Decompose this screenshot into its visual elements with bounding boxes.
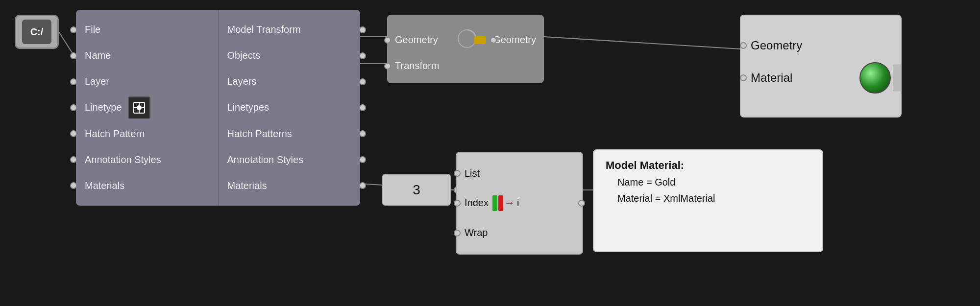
doc-row-hatch-patterns: Hatch Patterns [223, 121, 356, 147]
cmd-icon: C:/ [22, 20, 51, 44]
doc-row-linetype: Linetype [81, 94, 213, 120]
port-geom-mat-material-left [740, 74, 747, 81]
geom-mat-label-geometry: Geometry [751, 39, 802, 52]
doc-label-annotation: Annotation Styles [81, 154, 165, 165]
geom-row-geometry: Geometry Geometry [395, 26, 536, 53]
svg-point-8 [137, 105, 142, 110]
geom-label-transform: Transform [395, 60, 439, 71]
doc-left-col: File Name Layer Linetype [76, 10, 219, 206]
notch-decoration [893, 65, 902, 92]
port-list-list-left [454, 170, 461, 177]
info-line1: Name = Gold [606, 177, 810, 188]
geom-mat-label-material: Material [751, 71, 792, 85]
doc-row-hatch: Hatch Pattern [81, 121, 213, 147]
bar-green [492, 195, 497, 211]
port-materials-right [359, 182, 366, 189]
doc-label-hatch: Hatch Pattern [81, 128, 148, 140]
port-geom-geometry-right [490, 37, 497, 44]
port-model-transform-right [359, 26, 366, 33]
doc-label-linetypes: Linetypes [223, 102, 273, 113]
geom-icon-area [455, 26, 489, 53]
list-label-i: i [517, 197, 519, 209]
doc-row-layers: Layers [223, 69, 356, 94]
document-node: File Name Layer Linetype [76, 10, 360, 206]
list-label-wrap: Wrap [465, 227, 488, 238]
doc-label-annotation-styles: Annotation Styles [223, 154, 308, 165]
doc-row-layer: Layer [81, 69, 213, 94]
doc-label-materials-right: Materials [223, 180, 271, 191]
svg-line-3 [544, 37, 740, 49]
port-list-index-right [578, 200, 585, 207]
material-sphere-container [859, 62, 891, 94]
list-node: List Index → i Wrap [456, 152, 583, 255]
doc-row-objects: Objects [223, 43, 356, 69]
doc-label-name: Name [81, 50, 115, 61]
port-list-index-left [454, 200, 461, 207]
doc-row-annotation: Annotation Styles [81, 147, 213, 173]
geom-material-row2: Material [751, 62, 891, 94]
geom-transform-icon [455, 26, 489, 51]
doc-row-name: Name [81, 43, 213, 69]
geom-row-transform: Transform [395, 60, 536, 71]
info-title: Model Material: [606, 159, 810, 172]
doc-row-materials: Materials [81, 173, 213, 199]
port-hatch-patterns-right [359, 130, 366, 137]
material-sphere-icon [859, 62, 891, 94]
doc-right-col: Model Transform Objects Layers Linetypes… [219, 10, 361, 206]
doc-row-linetypes: Linetypes [223, 94, 356, 120]
info-line2: Material = XmlMaterial [606, 193, 810, 204]
port-materials-left [70, 182, 77, 189]
info-node: Model Material: Name = Gold Material = X… [593, 149, 823, 252]
port-list-wrap-left [454, 230, 461, 236]
doc-row-file: File [81, 17, 213, 43]
list-row-wrap: Wrap [465, 219, 574, 246]
cmd-node[interactable]: C:/ [15, 15, 59, 49]
number-value: 3 [413, 182, 420, 198]
port-hatch-left [70, 130, 77, 137]
port-geom-mat-geometry-left [740, 42, 747, 49]
geometry-transform-node: Geometry Geometry Transform [387, 15, 544, 83]
cmd-label: C:/ [30, 26, 44, 38]
list-row-index: Index → i [465, 189, 574, 216]
list-index-icon: → [492, 195, 515, 211]
arrow-right-icon: → [504, 197, 515, 210]
geometry-material-node: Geometry Material [740, 15, 902, 118]
doc-label-layers: Layers [223, 76, 261, 87]
port-annotation-styles-right [359, 156, 366, 163]
port-linetypes-right [359, 104, 366, 111]
doc-row-annotation-styles: Annotation Styles [223, 147, 356, 173]
list-row-list: List [465, 160, 574, 187]
svg-rect-15 [474, 36, 486, 44]
doc-label-layer: Layer [81, 76, 113, 87]
doc-label-linetype: Linetype [81, 102, 126, 113]
geom-material-row1: Geometry [751, 39, 891, 52]
port-geom-geometry-left [384, 37, 391, 44]
doc-label-materials: Materials [81, 180, 128, 191]
number-node: 3 [382, 174, 451, 206]
linetype-icon [128, 96, 150, 119]
port-name-left [70, 52, 77, 59]
doc-label-hatch-patterns: Hatch Patterns [223, 128, 296, 140]
list-label-index: Index [465, 197, 489, 209]
doc-row-model-transform: Model Transform [223, 17, 356, 43]
doc-label-file: File [81, 24, 104, 35]
port-file-left [70, 26, 77, 33]
port-layers-right [359, 78, 366, 85]
port-objects-right [359, 52, 366, 59]
port-annotation-left [70, 156, 77, 163]
bar-red [498, 195, 503, 211]
port-layer-left [70, 78, 77, 85]
doc-label-objects: Objects [223, 50, 265, 61]
doc-label-model-transform: Model Transform [223, 24, 305, 35]
geom-label-geometry: Geometry [395, 34, 438, 46]
list-label-list: List [465, 168, 480, 179]
geom-label-output: Geometry [493, 34, 536, 46]
port-linetype-left [70, 104, 77, 111]
port-geom-transform-left [384, 63, 391, 70]
doc-row-materials-right: Materials [223, 173, 356, 199]
